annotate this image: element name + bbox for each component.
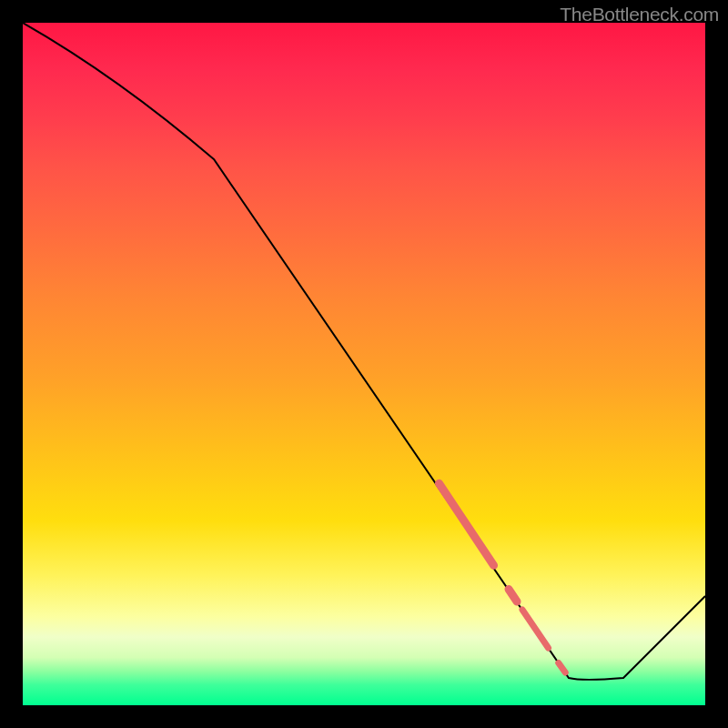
highlight-segment [509, 590, 517, 602]
chart-container: TheBottleneck.com [0, 0, 728, 728]
curve-svg [23, 23, 705, 705]
plot-gradient-area [23, 23, 705, 705]
highlight-segment [440, 483, 494, 565]
curve-path [23, 23, 705, 680]
watermark-text: TheBottleneck.com [560, 4, 719, 25]
highlight-segments [440, 483, 566, 672]
highlight-segment [559, 663, 566, 673]
main-curve [23, 23, 705, 680]
highlight-segment [522, 610, 549, 648]
